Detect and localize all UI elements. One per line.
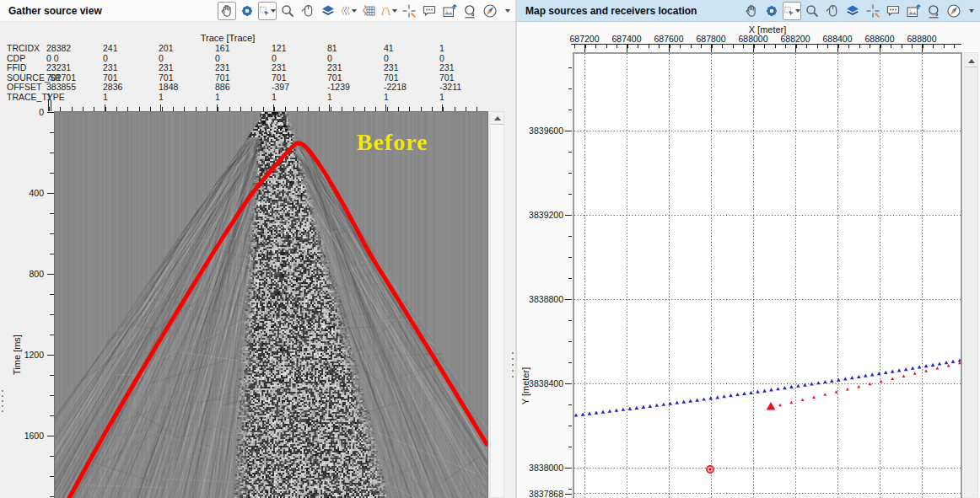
source-marker <box>823 393 827 396</box>
x-tick-label: 688600 <box>858 34 902 44</box>
y-minor-tick <box>568 110 572 110</box>
settings-icon <box>764 3 779 19</box>
pan-hand-button[interactable] <box>742 2 761 20</box>
x-minor-tick <box>606 45 607 48</box>
trace-table-icon <box>361 3 376 19</box>
histogram-button[interactable] <box>380 2 398 20</box>
receiver-marker <box>688 399 692 403</box>
map-toolbar <box>742 2 977 20</box>
mouse-tool-button[interactable] <box>823 2 842 20</box>
export-image-button[interactable] <box>904 2 923 20</box>
edge-grip-dot <box>2 405 3 407</box>
header-cell: 241 <box>103 43 118 53</box>
source-marker <box>902 374 906 378</box>
export-image-button[interactable] <box>440 2 459 20</box>
selection-icon <box>783 3 794 19</box>
time-major-tick <box>47 112 54 113</box>
layers-button[interactable] <box>843 2 862 20</box>
seismic-image <box>55 112 487 498</box>
receiver-marker <box>796 384 800 388</box>
receiver-marker <box>608 410 612 413</box>
trace-major-tick <box>385 104 386 111</box>
map-plot-area[interactable] <box>573 52 962 498</box>
x-major-tick <box>922 45 923 52</box>
header-cell: 231 <box>215 62 230 72</box>
more-button[interactable] <box>965 2 977 20</box>
header-cell: 701 <box>159 72 174 83</box>
crosshair-icon <box>401 3 417 19</box>
zoom-region-button[interactable] <box>460 2 479 20</box>
gather-scroll-up-button[interactable] <box>491 112 503 125</box>
header-cell: 231 <box>159 62 174 72</box>
x-major-tick <box>753 45 754 52</box>
mouse-tool-button[interactable] <box>299 2 317 20</box>
settings-icon <box>240 3 255 19</box>
crosshair-icon <box>865 3 880 19</box>
compass-button[interactable] <box>945 2 963 20</box>
map-titlebar: Map sources and receivers location <box>517 0 980 22</box>
map-scroll-up-button[interactable] <box>965 55 977 67</box>
wiggle-display-button[interactable] <box>339 2 358 20</box>
x-minor-tick <box>944 45 945 48</box>
zoom-button[interactable] <box>278 2 297 20</box>
map-y-axis-label: Y [meter] <box>520 359 530 413</box>
receiver-marker <box>654 404 659 407</box>
time-major-tick <box>47 274 54 275</box>
source-marker <box>835 390 838 394</box>
receiver-marker <box>581 412 585 415</box>
header-cell: -2218 <box>384 82 407 92</box>
source-marker <box>947 364 950 367</box>
pan-hand-button[interactable] <box>218 2 236 20</box>
settings-button[interactable] <box>238 2 256 20</box>
receiver-marker <box>850 376 854 379</box>
header-cell: 0 <box>384 53 389 63</box>
comment-button[interactable] <box>420 2 439 20</box>
receiver-marker <box>756 390 760 394</box>
trace-major-tick <box>48 100 49 111</box>
receiver-marker <box>803 383 807 387</box>
zoom-region-button[interactable] <box>924 2 943 20</box>
export-image-icon <box>442 3 457 19</box>
receiver-marker <box>622 408 626 411</box>
compass-button[interactable] <box>481 2 499 20</box>
x-minor-tick <box>595 45 596 48</box>
receiver-marker <box>742 392 746 395</box>
crosshair-button[interactable] <box>864 2 882 20</box>
x-minor-tick <box>638 45 638 48</box>
comment-button[interactable] <box>884 2 902 20</box>
source-marker <box>789 401 793 404</box>
gather-vertical-scrollbar[interactable] <box>490 111 504 498</box>
trace-major-tick <box>217 104 218 111</box>
receiver-marker <box>715 395 719 399</box>
x-axis-line <box>571 44 961 45</box>
export-image-icon <box>906 3 921 19</box>
dropdown-arrow-icon <box>969 9 974 13</box>
selection-button[interactable] <box>258 2 277 20</box>
header-row-label: CDP <box>7 53 25 63</box>
crosshair-button[interactable] <box>400 2 418 20</box>
trace-table-button[interactable] <box>359 2 378 20</box>
y-minor-tick <box>568 447 572 447</box>
y-minor-tick <box>568 67 572 68</box>
header-cell: 1 <box>439 43 444 53</box>
dropdown-arrow-icon <box>352 9 357 13</box>
x-minor-tick <box>659 45 660 48</box>
more-button[interactable] <box>501 2 513 20</box>
receiver-marker <box>649 404 653 408</box>
settings-button[interactable] <box>762 2 781 20</box>
trace-minor-tick <box>49 107 50 111</box>
zoom-button[interactable] <box>803 2 821 20</box>
header-cell: 1 <box>159 92 164 102</box>
y-minor-tick <box>568 278 572 279</box>
selection-button[interactable] <box>783 2 801 20</box>
header-cell: 886 <box>215 82 230 92</box>
seismic-gather-view[interactable]: Before <box>54 111 488 498</box>
map-vertical-scrollbar[interactable] <box>964 52 978 498</box>
pan-hand-icon <box>744 3 759 19</box>
layers-button[interactable] <box>319 2 337 20</box>
header-cell: -3211 <box>439 82 461 92</box>
source-marker <box>880 380 883 383</box>
y-tick-label: 3839200 <box>519 210 563 220</box>
before-annotation: Before <box>357 129 428 156</box>
trace-major-tick <box>442 104 443 111</box>
